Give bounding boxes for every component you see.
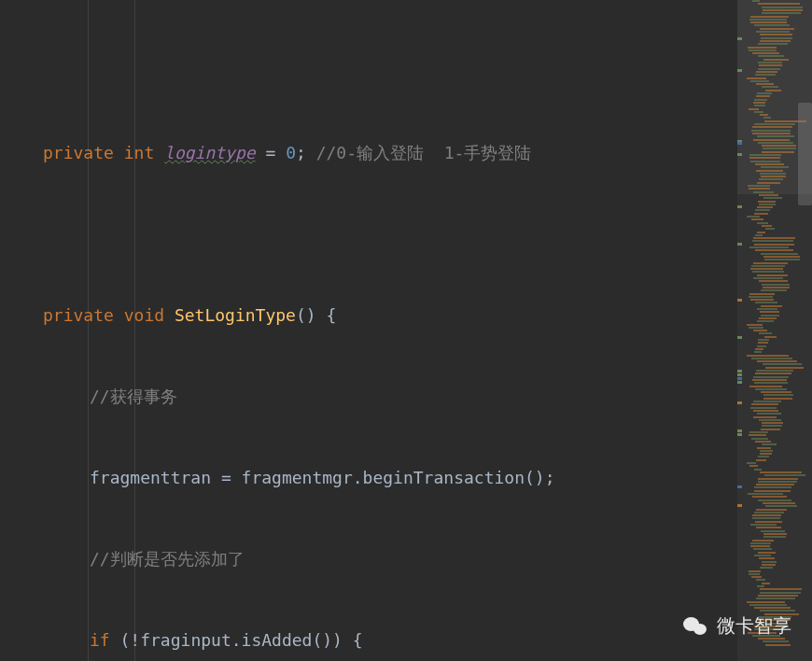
variable-logintype: logintype xyxy=(164,143,256,162)
code-line[interactable]: private void SetLoginType() { xyxy=(0,302,737,329)
watermark-text: 微卡智享 xyxy=(717,613,791,639)
code-line[interactable] xyxy=(0,220,737,247)
code-line[interactable]: //获得事务 xyxy=(0,383,737,410)
minimap-scrollbar[interactable] xyxy=(798,103,812,205)
comment: //判断是否先添加了 xyxy=(90,549,245,569)
method-name: SetLoginType xyxy=(175,305,296,325)
keyword-private: private xyxy=(43,143,114,162)
comment: //获得事务 xyxy=(90,387,177,406)
number-literal: 0 xyxy=(286,143,296,162)
keyword-if: if xyxy=(90,630,110,650)
code-line[interactable]: if (!fraginput.isAdded()) { xyxy=(0,626,737,654)
code-line[interactable]: //判断是否先添加了 xyxy=(0,545,737,572)
code-line[interactable]: private int logintype = 0; //0-输入登陆 1-手势… xyxy=(0,139,737,166)
minimap[interactable] xyxy=(737,0,812,661)
keyword-void: void xyxy=(124,305,164,325)
code-editor[interactable]: private int logintype = 0; //0-输入登陆 1-手势… xyxy=(0,0,737,661)
keyword-private: private xyxy=(43,305,114,325)
watermark: 微卡智享 xyxy=(683,613,791,639)
keyword-int: int xyxy=(124,143,155,162)
wechat-icon xyxy=(683,616,707,637)
code-line[interactable]: fragmenttran = fragmentmgr.beginTransact… xyxy=(0,464,737,491)
comment: //0-输入登陆 1-手势登陆 xyxy=(316,143,532,162)
